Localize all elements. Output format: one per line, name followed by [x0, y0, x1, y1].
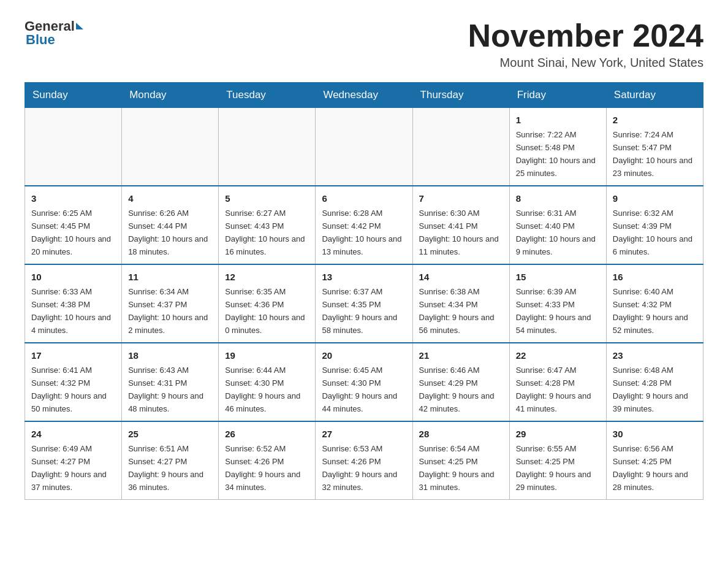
day-number: 17	[31, 348, 115, 362]
title-area: November 2024 Mount Sinai, New York, Uni…	[468, 18, 703, 70]
calendar-cell: 20Sunrise: 6:45 AMSunset: 4:30 PMDayligh…	[316, 343, 412, 421]
day-number: 25	[128, 427, 212, 441]
month-title: November 2024	[468, 18, 703, 53]
calendar-cell: 10Sunrise: 6:33 AMSunset: 4:38 PMDayligh…	[25, 264, 122, 343]
day-info: Sunrise: 6:49 AMSunset: 4:27 PMDaylight:…	[31, 444, 107, 492]
day-info: Sunrise: 6:35 AMSunset: 4:36 PMDaylight:…	[225, 287, 305, 335]
logo-arrow-icon	[76, 23, 83, 29]
day-info: Sunrise: 6:43 AMSunset: 4:31 PMDaylight:…	[128, 366, 203, 413]
day-info: Sunrise: 6:51 AMSunset: 4:27 PMDaylight:…	[128, 444, 203, 492]
calendar-week-row: 24Sunrise: 6:49 AMSunset: 4:27 PMDayligh…	[25, 421, 703, 499]
calendar-cell: 22Sunrise: 6:47 AMSunset: 4:28 PMDayligh…	[509, 343, 606, 421]
day-info: Sunrise: 6:34 AMSunset: 4:37 PMDaylight:…	[128, 287, 208, 335]
day-info: Sunrise: 6:26 AMSunset: 4:44 PMDaylight:…	[128, 209, 208, 256]
calendar-cell: 7Sunrise: 6:30 AMSunset: 4:41 PMDaylight…	[412, 186, 509, 264]
day-info: Sunrise: 6:52 AMSunset: 4:26 PMDaylight:…	[225, 444, 300, 492]
calendar-cell: 23Sunrise: 6:48 AMSunset: 4:28 PMDayligh…	[606, 343, 703, 421]
weekday-header-sunday: Sunday	[25, 83, 122, 108]
day-number: 26	[225, 427, 309, 441]
calendar-cell: 2Sunrise: 7:24 AMSunset: 5:47 PMDaylight…	[606, 108, 703, 186]
day-info: Sunrise: 6:33 AMSunset: 4:38 PMDaylight:…	[31, 287, 111, 335]
day-number: 16	[613, 270, 697, 284]
calendar-cell	[25, 108, 122, 186]
calendar-table: SundayMondayTuesdayWednesdayThursdayFrid…	[25, 82, 703, 500]
day-info: Sunrise: 6:44 AMSunset: 4:30 PMDaylight:…	[225, 366, 300, 413]
day-number: 10	[31, 270, 115, 284]
calendar-cell: 25Sunrise: 6:51 AMSunset: 4:27 PMDayligh…	[122, 421, 219, 499]
calendar-cell	[412, 108, 509, 186]
day-number: 14	[419, 270, 503, 284]
day-number: 21	[419, 348, 503, 362]
weekday-header-wednesday: Wednesday	[316, 83, 412, 108]
day-info: Sunrise: 6:30 AMSunset: 4:41 PMDaylight:…	[419, 209, 499, 256]
calendar-cell: 21Sunrise: 6:46 AMSunset: 4:29 PMDayligh…	[412, 343, 509, 421]
calendar-cell: 18Sunrise: 6:43 AMSunset: 4:31 PMDayligh…	[122, 343, 219, 421]
day-info: Sunrise: 6:40 AMSunset: 4:32 PMDaylight:…	[613, 287, 688, 335]
day-info: Sunrise: 6:48 AMSunset: 4:28 PMDaylight:…	[613, 366, 688, 413]
day-number: 3	[31, 191, 115, 205]
day-info: Sunrise: 6:56 AMSunset: 4:25 PMDaylight:…	[613, 444, 688, 492]
day-number: 30	[613, 427, 697, 441]
weekday-header-friday: Friday	[509, 83, 606, 108]
calendar-header-row: SundayMondayTuesdayWednesdayThursdayFrid…	[25, 83, 703, 108]
calendar-week-row: 3Sunrise: 6:25 AMSunset: 4:45 PMDaylight…	[25, 186, 703, 264]
day-number: 27	[322, 427, 406, 441]
day-info: Sunrise: 6:41 AMSunset: 4:32 PMDaylight:…	[31, 366, 107, 413]
calendar-cell: 30Sunrise: 6:56 AMSunset: 4:25 PMDayligh…	[606, 421, 703, 499]
day-number: 12	[225, 270, 309, 284]
calendar-cell: 4Sunrise: 6:26 AMSunset: 4:44 PMDaylight…	[122, 186, 219, 264]
day-number: 20	[322, 348, 406, 362]
day-info: Sunrise: 7:24 AMSunset: 5:47 PMDaylight:…	[613, 130, 692, 178]
day-number: 18	[128, 348, 212, 362]
calendar-week-row: 17Sunrise: 6:41 AMSunset: 4:32 PMDayligh…	[25, 343, 703, 421]
calendar-cell: 29Sunrise: 6:55 AMSunset: 4:25 PMDayligh…	[509, 421, 606, 499]
day-info: Sunrise: 6:27 AMSunset: 4:43 PMDaylight:…	[225, 209, 305, 256]
day-info: Sunrise: 6:53 AMSunset: 4:26 PMDaylight:…	[322, 444, 397, 492]
calendar-week-row: 10Sunrise: 6:33 AMSunset: 4:38 PMDayligh…	[25, 264, 703, 343]
day-number: 2	[613, 113, 697, 127]
calendar-cell: 27Sunrise: 6:53 AMSunset: 4:26 PMDayligh…	[316, 421, 412, 499]
calendar-cell	[316, 108, 412, 186]
weekday-header-monday: Monday	[122, 83, 219, 108]
calendar-cell: 16Sunrise: 6:40 AMSunset: 4:32 PMDayligh…	[606, 264, 703, 343]
day-info: Sunrise: 6:55 AMSunset: 4:25 PMDaylight:…	[516, 444, 591, 492]
calendar-cell: 5Sunrise: 6:27 AMSunset: 4:43 PMDaylight…	[219, 186, 316, 264]
day-info: Sunrise: 6:39 AMSunset: 4:33 PMDaylight:…	[516, 287, 591, 335]
day-info: Sunrise: 7:22 AMSunset: 5:48 PMDaylight:…	[516, 130, 596, 178]
day-info: Sunrise: 6:46 AMSunset: 4:29 PMDaylight:…	[419, 366, 495, 413]
page-header: General Blue November 2024 Mount Sinai, …	[25, 18, 703, 70]
day-info: Sunrise: 6:31 AMSunset: 4:40 PMDaylight:…	[516, 209, 596, 256]
calendar-cell: 9Sunrise: 6:32 AMSunset: 4:39 PMDaylight…	[606, 186, 703, 264]
day-number: 24	[31, 427, 115, 441]
calendar-cell: 6Sunrise: 6:28 AMSunset: 4:42 PMDaylight…	[316, 186, 412, 264]
calendar-week-row: 1Sunrise: 7:22 AMSunset: 5:48 PMDaylight…	[25, 108, 703, 186]
weekday-header-thursday: Thursday	[412, 83, 509, 108]
weekday-header-tuesday: Tuesday	[219, 83, 316, 108]
day-number: 29	[516, 427, 600, 441]
day-number: 19	[225, 348, 309, 362]
calendar-cell	[122, 108, 219, 186]
calendar-cell: 26Sunrise: 6:52 AMSunset: 4:26 PMDayligh…	[219, 421, 316, 499]
logo: General Blue	[25, 18, 83, 48]
day-info: Sunrise: 6:25 AMSunset: 4:45 PMDaylight:…	[31, 209, 111, 256]
day-number: 13	[322, 270, 406, 284]
calendar-cell: 17Sunrise: 6:41 AMSunset: 4:32 PMDayligh…	[25, 343, 122, 421]
calendar-cell: 3Sunrise: 6:25 AMSunset: 4:45 PMDaylight…	[25, 186, 122, 264]
calendar-cell: 11Sunrise: 6:34 AMSunset: 4:37 PMDayligh…	[122, 264, 219, 343]
calendar-cell: 12Sunrise: 6:35 AMSunset: 4:36 PMDayligh…	[219, 264, 316, 343]
logo-blue: Blue	[26, 32, 55, 48]
day-number: 22	[516, 348, 600, 362]
day-info: Sunrise: 6:37 AMSunset: 4:35 PMDaylight:…	[322, 287, 397, 335]
day-number: 9	[613, 191, 697, 205]
calendar-cell: 13Sunrise: 6:37 AMSunset: 4:35 PMDayligh…	[316, 264, 412, 343]
day-info: Sunrise: 6:54 AMSunset: 4:25 PMDaylight:…	[419, 444, 495, 492]
calendar-cell: 24Sunrise: 6:49 AMSunset: 4:27 PMDayligh…	[25, 421, 122, 499]
day-number: 5	[225, 191, 309, 205]
calendar-cell: 15Sunrise: 6:39 AMSunset: 4:33 PMDayligh…	[509, 264, 606, 343]
calendar-cell: 8Sunrise: 6:31 AMSunset: 4:40 PMDaylight…	[509, 186, 606, 264]
day-info: Sunrise: 6:32 AMSunset: 4:39 PMDaylight:…	[613, 209, 692, 256]
day-number: 4	[128, 191, 212, 205]
location: Mount Sinai, New York, United States	[468, 56, 703, 70]
weekday-header-saturday: Saturday	[606, 83, 703, 108]
day-number: 15	[516, 270, 600, 284]
